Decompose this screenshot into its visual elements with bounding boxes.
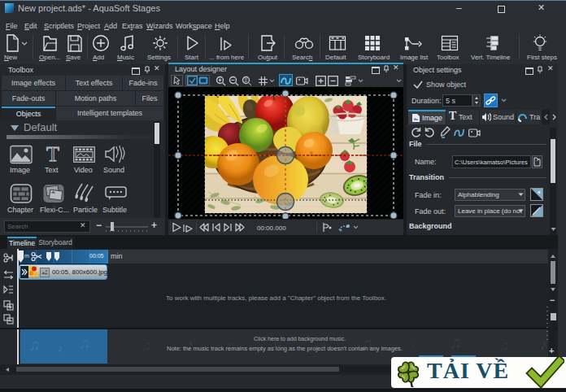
svg-text:T: T — [46, 144, 59, 164]
